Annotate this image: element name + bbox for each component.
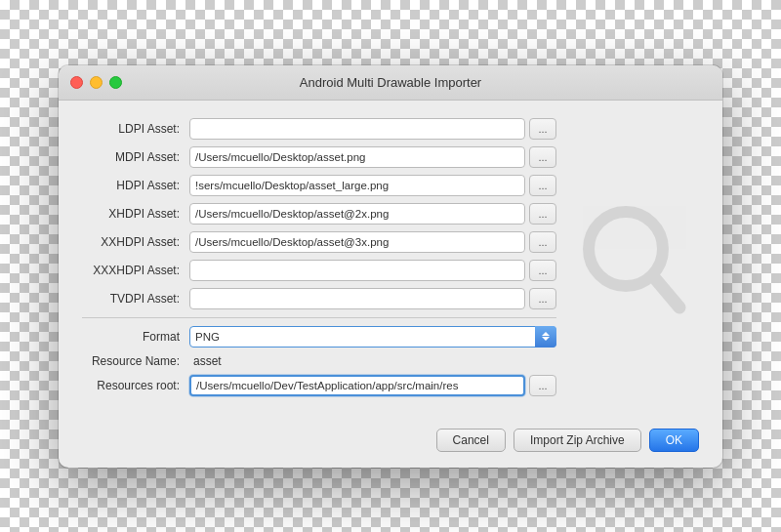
magnifier-section bbox=[572, 118, 699, 403]
import-zip-button[interactable]: Import Zip Archive bbox=[514, 429, 641, 452]
hdpi-label: HDPI Asset: bbox=[82, 179, 189, 192]
format-select-wrapper: PNG JPG GIF SVG bbox=[189, 326, 556, 348]
footer: Cancel Import Zip Archive OK bbox=[59, 419, 722, 468]
tvdpi-row: TVDPI Asset: ... bbox=[82, 288, 556, 309]
maximize-button[interactable] bbox=[109, 76, 122, 89]
divider bbox=[82, 317, 556, 318]
xhdpi-input[interactable] bbox=[189, 203, 525, 225]
xxhdpi-row: XXHDPI Asset: ... bbox=[82, 231, 556, 253]
resource-name-row: Resource Name: asset bbox=[82, 354, 556, 368]
xhdpi-row: XHDPI Asset: ... bbox=[82, 203, 556, 225]
hdpi-input[interactable] bbox=[189, 175, 525, 196]
ldpi-input[interactable] bbox=[189, 118, 525, 140]
xxxhdpi-row: XXXHDPI Asset: ... bbox=[82, 260, 556, 281]
magnifier-icon bbox=[582, 205, 689, 326]
xxhdpi-browse-button[interactable]: ... bbox=[529, 231, 556, 253]
resources-root-browse-button[interactable]: ... bbox=[529, 375, 556, 396]
window-title: Android Multi Drawable Importer bbox=[300, 75, 481, 90]
format-label: Format bbox=[82, 330, 189, 344]
resources-root-label: Resources root: bbox=[82, 379, 189, 392]
tvdpi-label: TVDPI Asset: bbox=[82, 292, 189, 306]
title-bar: Android Multi Drawable Importer bbox=[59, 65, 722, 101]
minimize-button[interactable] bbox=[90, 76, 103, 89]
format-row: Format PNG JPG GIF SVG bbox=[82, 326, 556, 348]
ldpi-browse-button[interactable]: ... bbox=[529, 118, 556, 140]
dialog-window: Android Multi Drawable Importer LDPI Ass… bbox=[59, 65, 722, 468]
xxxhdpi-label: XXXHDPI Asset: bbox=[82, 264, 189, 277]
hdpi-row: HDPI Asset: ... bbox=[82, 175, 556, 196]
mdpi-input[interactable] bbox=[189, 146, 525, 168]
xxhdpi-input[interactable] bbox=[189, 231, 525, 253]
cancel-button[interactable]: Cancel bbox=[436, 429, 506, 452]
hdpi-browse-button[interactable]: ... bbox=[529, 175, 556, 196]
content-area: LDPI Asset: ... MDPI Asset: ... HDPI Ass… bbox=[59, 101, 722, 419]
mdpi-browse-button[interactable]: ... bbox=[529, 146, 556, 168]
resources-root-row: Resources root: ... bbox=[82, 375, 556, 396]
tvdpi-browse-button[interactable]: ... bbox=[529, 288, 556, 309]
format-select[interactable]: PNG JPG GIF SVG bbox=[189, 326, 556, 348]
xxxhdpi-input[interactable] bbox=[189, 260, 525, 281]
xxxhdpi-browse-button[interactable]: ... bbox=[529, 260, 556, 281]
form-section: LDPI Asset: ... MDPI Asset: ... HDPI Ass… bbox=[82, 118, 556, 403]
ldpi-row: LDPI Asset: ... bbox=[82, 118, 556, 140]
resource-name-value: asset bbox=[189, 354, 222, 368]
ok-button[interactable]: OK bbox=[649, 429, 699, 452]
close-button[interactable] bbox=[70, 76, 83, 89]
resources-root-input[interactable] bbox=[189, 375, 525, 396]
tvdpi-input[interactable] bbox=[189, 288, 525, 309]
ldpi-label: LDPI Asset: bbox=[82, 122, 189, 136]
traffic-lights bbox=[70, 76, 122, 89]
xhdpi-browse-button[interactable]: ... bbox=[529, 203, 556, 225]
resource-name-label: Resource Name: bbox=[82, 354, 189, 368]
mdpi-row: MDPI Asset: ... bbox=[82, 146, 556, 168]
xhdpi-label: XHDPI Asset: bbox=[82, 207, 189, 221]
mdpi-label: MDPI Asset: bbox=[82, 150, 189, 164]
svg-line-1 bbox=[653, 276, 679, 307]
xxhdpi-label: XXHDPI Asset: bbox=[82, 235, 189, 249]
